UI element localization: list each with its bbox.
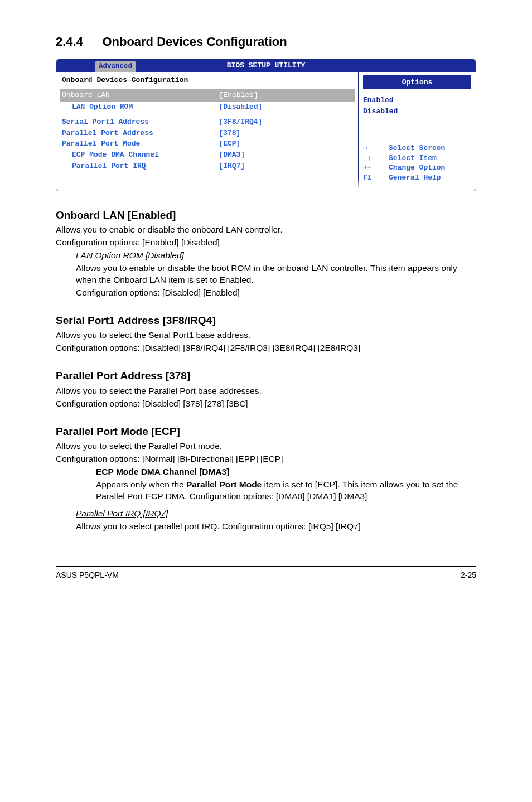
bios-header: BIOS SETUP UTILITY Advanced — [56, 60, 476, 72]
subheading-lan-option-rom: LAN Option ROM [Disabled] — [76, 250, 184, 260]
paragraph: Configuration options: [Enabled] [Disabl… — [56, 237, 476, 249]
paragraph: Allows you to select the Parallel Port b… — [56, 385, 476, 397]
paragraph: Configuration options: [Disabled] [3F8/I… — [56, 342, 476, 354]
nav-symbol-plusminus-icon: +− — [363, 163, 389, 173]
bios-item-value: [DMA3] — [219, 151, 245, 159]
bios-tab-advanced[interactable]: Advanced — [95, 61, 136, 72]
bios-item-value: [3F8/IRQ4] — [219, 118, 262, 126]
subheading-parallel-port-irq: Parallel Port IRQ [IRQ7] — [76, 509, 168, 518]
bios-item-label: Parallel Port Address — [62, 128, 219, 138]
subheading-ecp-mode-dma: ECP Mode DMA Channel [DMA3] — [96, 467, 229, 476]
bios-item-label: Onboard LAN — [60, 90, 219, 100]
bios-item-label: Parallel Port Mode — [62, 139, 219, 149]
nav-text: Select Item — [389, 153, 437, 163]
nav-text: Change Option — [389, 163, 445, 173]
bios-item-lan-option-rom[interactable]: LAN Option ROM[Disabled] — [62, 102, 352, 113]
bios-option-enabled[interactable]: Enabled — [363, 95, 471, 106]
page-footer: ASUS P5QPL-VM 2-25 — [56, 566, 476, 581]
nav-text: General Help — [389, 173, 441, 183]
paragraph: Configuration options: [Disabled] [378] … — [56, 398, 476, 410]
bios-header-title: BIOS SETUP UTILITY — [227, 61, 305, 70]
nav-symbol-f1: F1 — [363, 173, 389, 183]
nav-symbol-updown-icon: ↑↓ — [363, 153, 389, 163]
bios-item-parallel-port-irq[interactable]: Parallel Port IRQ[IRQ7] — [62, 161, 352, 172]
footer-page-number: 2-25 — [461, 570, 476, 581]
paragraph: Configuration options: [Disabled] [Enabl… — [76, 287, 476, 299]
bios-item-label: Serial Port1 Address — [62, 117, 219, 127]
bios-item-value: [IRQ7] — [219, 162, 245, 170]
bios-item-serial-port1-address[interactable]: Serial Port1 Address[3F8/IRQ4] — [62, 117, 352, 128]
text-fragment-bold: Parallel Port Mode — [186, 480, 262, 489]
bios-item-value: [378] — [219, 129, 240, 137]
bios-screenshot: BIOS SETUP UTILITY Advanced Onboard Devi… — [56, 59, 476, 191]
bios-item-label: LAN Option ROM — [62, 102, 219, 112]
text-fragment: Appears only when the — [96, 480, 186, 489]
paragraph: Allows you to enable or disable the boot… — [76, 263, 476, 286]
section-number: 2.4.4 — [56, 35, 83, 49]
paragraph: Appears only when the Parallel Port Mode… — [96, 479, 476, 503]
paragraph: Allows you to select the Parallel Port m… — [56, 441, 476, 452]
bios-item-parallel-port-address[interactable]: Parallel Port Address[378] — [62, 128, 352, 139]
heading-serial-port1-address: Serial Port1 Address [3F8/IRQ4] — [56, 313, 476, 328]
bios-item-parallel-port-mode[interactable]: Parallel Port Mode[ECP] — [62, 138, 352, 149]
heading-parallel-port-address: Parallel Port Address [378] — [56, 369, 476, 383]
bios-panel-title: Onboard Devices Configuration — [62, 75, 352, 85]
bios-item-label: ECP Mode DMA Channel — [62, 150, 219, 160]
bios-options-title: Options — [363, 75, 471, 90]
paragraph: Allows you to select the Serial Port1 ba… — [56, 330, 476, 341]
section-title: Onboard Devices Configuration — [102, 35, 287, 49]
bios-nav-help: ↔Select Screen ↑↓Select Item +−Change Op… — [363, 143, 471, 182]
bios-left-panel: Onboard Devices Configuration Onboard LA… — [56, 72, 359, 191]
paragraph: Allows you to select parallel port IRQ. … — [76, 521, 476, 533]
bios-item-ecp-mode-dma-channel[interactable]: ECP Mode DMA Channel[DMA3] — [62, 149, 352, 161]
paragraph: Configuration options: [Normal] [Bi-Dire… — [56, 453, 476, 465]
nav-symbol-leftright-icon: ↔ — [363, 143, 389, 153]
bios-option-disabled[interactable]: Disabled — [363, 106, 471, 117]
bios-item-label: Parallel Port IRQ — [62, 161, 219, 171]
heading-onboard-lan: Onboard LAN [Enabled] — [56, 208, 476, 223]
bios-item-value: [ECP] — [219, 139, 240, 148]
bios-item-onboard-lan[interactable]: Onboard LAN[Enabled] — [60, 89, 355, 102]
bios-right-panel: Options Enabled Disabled ↔Select Screen … — [359, 72, 476, 191]
footer-left: ASUS P5QPL-VM — [56, 570, 119, 581]
bios-item-value: [Disabled] — [219, 103, 262, 111]
heading-parallel-port-mode: Parallel Port Mode [ECP] — [56, 424, 476, 439]
section-heading: 2.4.4 Onboard Devices Configuration — [56, 33, 476, 50]
paragraph: Allows you to enable or disable the onbo… — [56, 224, 476, 236]
nav-text: Select Screen — [389, 143, 445, 153]
bios-item-value: [Enabled] — [219, 91, 258, 99]
